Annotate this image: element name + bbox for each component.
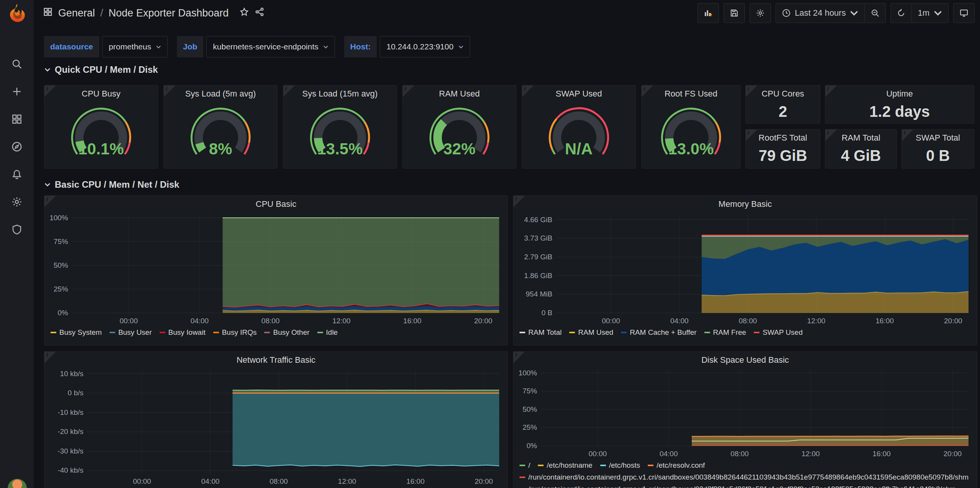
job-select[interactable]: kubernetes-service-endpoints [206,36,335,57]
panel-title[interactable]: Sys Load (15m avg) [283,85,397,101]
host-select[interactable]: 10.244.0.223:9100 [380,36,470,57]
panel-info-icon[interactable] [513,352,525,363]
grafana-logo[interactable] [7,3,27,23]
panel-info-icon[interactable] [825,85,837,97]
legend-item[interactable]: Busy Other [264,328,309,337]
panel-info-icon[interactable] [164,85,175,97]
legend-item[interactable]: /etc/resolv.conf [648,460,705,470]
datasource-select[interactable]: prometheus [102,36,168,57]
template-variables: datasource prometheus Job kubernetes-ser… [44,36,470,57]
panel-info-icon[interactable] [44,352,56,363]
svg-text:12:00: 12:00 [332,317,351,325]
configuration-gear-icon[interactable] [11,196,23,209]
legend-item[interactable]: /run/containerd/io.containerd.grpc.v1.cr… [519,484,956,488]
panel-info-icon[interactable] [825,129,837,141]
memory-basic-chart[interactable]: 0 B954 MiB1.86 GiB2.79 GiB3.73 GiB4.66 G… [516,211,974,326]
svg-text:00:00: 00:00 [133,477,151,485]
legend-item[interactable]: /run/containerd/io.containerd.grpc.v1.cr… [519,472,969,482]
svg-text:08:00: 08:00 [739,317,757,325]
chevron-down-icon [933,8,942,18]
disk-space-used-basic-chart[interactable]: 0%25%50%75%100%00:0004:0008:0012:0016:00… [516,367,974,459]
svg-text:08:00: 08:00 [261,317,280,325]
alerting-bell-icon[interactable] [11,169,23,182]
panel-title[interactable]: Root FS Used [642,85,740,101]
legend-item[interactable]: RAM Used [569,328,613,337]
time-range-picker[interactable]: Last 24 hours [776,3,864,23]
apps-grid-icon[interactable] [43,7,53,20]
share-icon[interactable] [255,7,265,20]
panel-title[interactable]: CPU Busy [44,85,158,101]
legend-item[interactable]: RAM Total [519,328,562,337]
cpu-basic-chart[interactable]: 0%25%50%75%100%00:0004:0008:0012:0016:00… [47,211,505,326]
save-dashboard-button[interactable] [724,3,745,23]
panel-info-icon[interactable] [44,196,56,207]
zoom-out-button[interactable] [864,3,885,23]
sys-load-15m-gauge[interactable]: 13.5% [283,101,397,167]
panel-title[interactable]: Uptime [825,85,974,101]
explore-compass-icon[interactable] [11,141,23,154]
legend-item[interactable]: /etc/hostname [538,460,592,470]
panel-info-icon[interactable] [403,85,414,97]
server-admin-shield-icon[interactable] [11,224,23,237]
svg-text:00:00: 00:00 [119,317,138,325]
legend-item[interactable]: Busy System [51,328,102,337]
svg-text:12:00: 12:00 [338,477,356,485]
legend-item[interactable]: SWAP Used [754,328,803,337]
legend-item[interactable]: RAM Cache + Buffer [621,328,696,337]
legend-item[interactable]: /etc/hosts [600,460,640,470]
legend-item[interactable]: Idle [317,328,338,337]
legend-item[interactable]: Busy IRQs [213,328,257,337]
user-avatar[interactable] [8,479,27,488]
swap-used-gauge[interactable]: N/A [522,101,635,167]
cpu-busy-gauge[interactable]: 10.1% [44,101,158,167]
legend-item[interactable]: Busy User [109,328,152,337]
panel-info-icon[interactable] [902,129,913,141]
panel-info-icon[interactable] [522,85,534,97]
chevron-down-icon [323,45,328,49]
panel-info-icon[interactable] [44,85,56,97]
panel-title[interactable]: Memory Basic [513,196,977,211]
search-icon[interactable] [11,58,23,71]
dashboard-settings-button[interactable] [750,3,771,23]
panel-info-icon[interactable] [642,85,653,97]
variable-host: Host: 10.244.0.223:9100 [344,36,470,57]
panel-info-icon[interactable] [513,196,525,207]
panel-title[interactable]: Sys Load (5m avg) [164,85,277,101]
svg-text:50%: 50% [523,405,537,413]
tv-mode-button[interactable] [953,3,975,23]
svg-text:04:00: 04:00 [201,477,220,485]
row-header-quick[interactable]: Quick CPU / Mem / Disk [44,64,158,75]
root-fs-used-gauge[interactable]: 13.0% [642,101,740,167]
panel-title[interactable]: SWAP Used [522,85,635,101]
panel-info-icon[interactable] [746,85,757,97]
legend-item[interactable]: / [519,460,530,470]
star-icon[interactable] [239,7,249,20]
panel-title[interactable]: CPU Basic [44,196,508,211]
legend-item[interactable]: RAM Free [704,328,746,337]
ram-used-gauge[interactable]: 32% [403,101,516,167]
legend-item[interactable]: Busy Iowait [160,328,206,337]
page-title[interactable]: Node Exporter Dashboard [109,7,229,19]
stat-value: 79 GiB [746,147,820,164]
network-traffic-basic-chart[interactable]: -40 kb/s-30 kb/s-20 kb/s-10 kb/s0 b/s10 … [47,367,505,486]
panel-info-icon[interactable] [283,85,295,97]
svg-text:32%: 32% [443,140,475,158]
breadcrumb-section[interactable]: General [58,7,95,19]
plus-icon[interactable] [11,86,23,99]
stat-value: 4 GiB [825,147,897,164]
panel-sys-load-15m: Sys Load (15m avg) 13.5% [283,85,397,169]
panel-title[interactable]: Disk Space Used Basic [513,352,977,367]
panel-cpu-basic: CPU Basic 0%25%50%75%100%00:0004:0008:00… [44,195,508,346]
svg-text:04:00: 04:00 [660,450,678,458]
refresh-button[interactable] [891,3,911,23]
row-header-basic[interactable]: Basic CPU / Mem / Net / Disk [44,179,179,190]
panel-title[interactable]: RAM Used [403,85,516,101]
panel-info-icon[interactable] [746,129,757,141]
dashboards-grid-icon[interactable] [11,113,23,126]
refresh-interval-picker[interactable]: 1m [911,3,948,23]
add-panel-button[interactable] [697,3,719,23]
svg-text:0 b/s: 0 b/s [68,389,83,397]
sys-load-5m-gauge[interactable]: 8% [164,101,277,167]
svg-text:12:00: 12:00 [807,317,826,325]
panel-title[interactable]: Network Traffic Basic [44,352,508,367]
